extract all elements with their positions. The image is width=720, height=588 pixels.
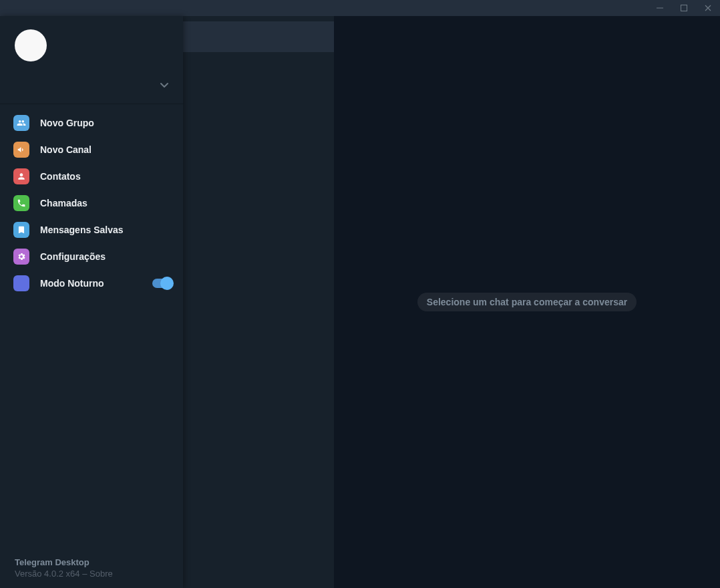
gear-icon [13, 249, 29, 265]
menu-item-label: Novo Canal [40, 144, 92, 155]
window-close-button[interactable] [696, 0, 720, 16]
app-version-label: Versão 4.0.2 x64 – Sobre [15, 569, 168, 579]
menu-item-label: Contatos [40, 171, 81, 182]
megaphone-icon [13, 142, 29, 158]
menu-item-night-mode[interactable]: Modo Noturno [0, 270, 183, 297]
menu-item-label: Configurações [40, 251, 106, 262]
menu-item-label: Chamadas [40, 198, 87, 208]
drawer-menu: Novo Grupo Novo Canal Contatos Chamadas [0, 104, 183, 549]
chat-main-area: Selecione um chat para começar a convers… [334, 16, 720, 588]
person-icon [13, 168, 29, 184]
menu-item-settings[interactable]: Configurações [0, 243, 183, 270]
drawer-header [0, 16, 183, 104]
svg-rect-0 [657, 8, 663, 9]
group-icon [13, 115, 29, 131]
svg-rect-1 [681, 5, 687, 11]
menu-item-calls[interactable]: Chamadas [0, 190, 183, 216]
menu-item-saved-messages[interactable]: Mensagens Salvas [0, 216, 183, 243]
app-name-label: Telegram Desktop [15, 557, 168, 567]
window-titlebar [0, 0, 720, 16]
chevron-down-icon[interactable] [158, 78, 171, 92]
menu-item-label: Novo Grupo [40, 118, 94, 128]
empty-chat-hint: Selecione um chat para começar a convers… [417, 293, 637, 311]
night-mode-toggle[interactable] [152, 279, 172, 288]
phone-icon [13, 195, 29, 211]
window-maximize-button[interactable] [672, 0, 696, 16]
window-minimize-button[interactable] [648, 0, 672, 16]
main-menu-drawer: Novo Grupo Novo Canal Contatos Chamadas [0, 16, 183, 588]
avatar[interactable] [15, 29, 47, 61]
drawer-footer[interactable]: Telegram Desktop Versão 4.0.2 x64 – Sobr… [0, 549, 183, 588]
menu-item-new-group[interactable]: Novo Grupo [0, 110, 183, 136]
menu-item-contacts[interactable]: Contatos [0, 163, 183, 190]
menu-item-label: Modo Noturno [40, 278, 104, 289]
bookmark-icon [13, 222, 29, 238]
menu-item-label: Mensagens Salvas [40, 225, 124, 235]
moon-icon [13, 275, 29, 291]
menu-item-new-channel[interactable]: Novo Canal [0, 136, 183, 163]
